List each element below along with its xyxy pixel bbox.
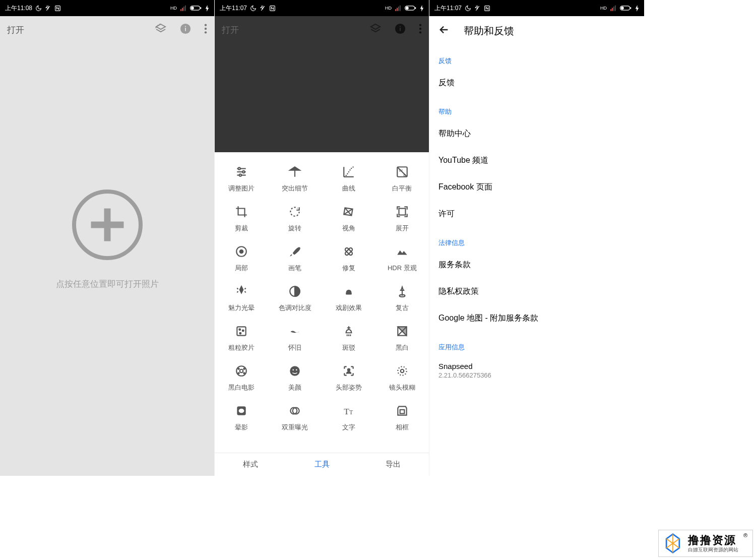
plus-icon: [72, 190, 143, 260]
watermark-sub: 白嫖互联网资源的网站: [688, 547, 738, 552]
help-title: 帮助和反馈: [464, 24, 514, 38]
tool-label: 画笔: [288, 264, 301, 273]
double-exposure-icon: [288, 404, 301, 419]
tool-rotate[interactable]: 旋转: [268, 198, 322, 238]
tab-styles[interactable]: 样式: [215, 453, 286, 476]
app-version: 2.21.0.566275366: [438, 371, 635, 379]
more-icon[interactable]: [204, 23, 207, 36]
help-item[interactable]: 反馈: [429, 70, 644, 96]
tool-retrolux[interactable]: 怀旧: [268, 318, 322, 357]
drama-icon: [342, 285, 355, 299]
tune-icon: [235, 165, 248, 180]
tool-label: 粗粒胶片: [228, 343, 255, 352]
healing-icon: [342, 245, 355, 260]
tool-label: 旋转: [288, 224, 301, 233]
svg-text:W: W: [399, 168, 403, 173]
noir-icon: [235, 364, 248, 379]
tool-label: 展开: [396, 224, 409, 233]
white-balance-icon: WB: [396, 165, 409, 180]
tool-curves[interactable]: 曲线: [322, 158, 375, 198]
tool-perspective[interactable]: 视角: [322, 198, 375, 238]
tool-noir[interactable]: 黑白电影: [215, 357, 268, 397]
bottom-tabs: 样式 工具 导出: [215, 453, 429, 476]
open-area[interactable]: 点按任意位置即可打开照片: [0, 43, 214, 476]
more-icon[interactable]: [419, 23, 422, 36]
tool-details[interactable]: 突出细节: [268, 158, 322, 198]
top-bar: 打开: [215, 16, 429, 43]
tool-label: 镜头模糊: [389, 383, 415, 392]
help-item[interactable]: 隐私权政策: [429, 278, 644, 305]
section-header: 法律信息: [429, 227, 644, 252]
tool-tonal[interactable]: 色调对比度: [268, 278, 322, 318]
tool-grunge[interactable]: 斑驳: [322, 318, 375, 357]
tool-label: 头部姿势: [336, 383, 362, 392]
help-item[interactable]: Facebook 页面: [429, 174, 644, 201]
tab-tools[interactable]: 工具: [286, 453, 358, 476]
svg-point-58: [239, 409, 244, 413]
svg-rect-40: [237, 327, 245, 335]
tool-selective[interactable]: 局部: [215, 238, 268, 278]
details-icon: [288, 165, 301, 180]
moon-icon: [465, 5, 471, 12]
section-header: 应用信息: [429, 332, 644, 356]
tool-lensblur[interactable]: 镜头模糊: [375, 357, 429, 397]
watermark-main: 撸撸资源: [688, 534, 738, 546]
help-item[interactable]: 服务条款: [429, 252, 644, 278]
open-label[interactable]: 打开: [222, 24, 369, 36]
tool-drama[interactable]: 戏剧效果: [322, 278, 375, 318]
tool-label: 调整图片: [228, 184, 255, 193]
tool-tune[interactable]: 调整图片: [215, 158, 268, 198]
hdr-icon: [396, 245, 409, 260]
tool-text[interactable]: TT文字: [322, 397, 375, 437]
svg-rect-12: [91, 221, 123, 228]
tool-portrait[interactable]: 美颜: [268, 357, 322, 397]
svg-point-41: [239, 329, 240, 330]
app-name: Snapseed: [438, 362, 635, 370]
info-icon[interactable]: [180, 23, 191, 36]
bw-icon: [396, 325, 409, 339]
moon-icon: [250, 5, 257, 12]
svg-point-53: [296, 369, 297, 371]
watermark-r: ®: [743, 532, 747, 538]
hd-indicator: HD: [170, 6, 177, 11]
tool-white-balance[interactable]: WB白平衡: [375, 158, 429, 198]
tool-brush[interactable]: 画笔: [268, 238, 322, 278]
tool-expand[interactable]: 展开: [375, 198, 429, 238]
tool-grainy[interactable]: 粗粒胶片: [215, 318, 268, 357]
help-item[interactable]: YouTube 频道: [429, 147, 644, 174]
tool-double-exposure[interactable]: 双重曝光: [268, 397, 322, 437]
svg-point-56: [401, 369, 404, 373]
help-item[interactable]: Google 地图 - 附加服务条款: [429, 305, 644, 332]
curves-icon: [342, 165, 355, 180]
tool-vignette[interactable]: 晕影: [215, 397, 268, 437]
tool-healing[interactable]: 修复: [322, 238, 375, 278]
hd-indicator: HD: [385, 6, 392, 11]
tool-headpose[interactable]: 头部姿势: [322, 357, 375, 397]
tool-crop[interactable]: 剪裁: [215, 198, 268, 238]
tool-frames[interactable]: 相框: [375, 397, 429, 437]
svg-point-22: [419, 28, 421, 30]
help-item[interactable]: 许可: [429, 201, 644, 227]
status-bar: 上午11:07 HD: [429, 0, 644, 16]
tool-hdr[interactable]: HDR 景观: [375, 238, 429, 278]
svg-point-21: [419, 24, 421, 26]
vignette-icon: [235, 404, 248, 419]
tool-vintage[interactable]: 复古: [375, 278, 429, 318]
tool-label: 文字: [342, 423, 355, 432]
back-icon[interactable]: [438, 24, 450, 37]
perspective-icon: [342, 205, 355, 220]
status-bar: 上午11:08 HD: [0, 0, 214, 16]
tool-bw[interactable]: 黑白: [375, 318, 429, 357]
svg-point-29: [239, 174, 241, 176]
open-label[interactable]: 打开: [7, 24, 155, 36]
tool-grid: 调整图片突出细节曲线WB白平衡剪裁旋转视角展开局部画笔修复HDR 景观魅力光晕色…: [215, 152, 429, 453]
help-item[interactable]: 帮助中心: [429, 120, 644, 147]
layers-icon[interactable]: [369, 23, 382, 37]
tab-export[interactable]: 导出: [357, 453, 429, 476]
nfc-icon: [269, 5, 276, 12]
svg-text:T: T: [344, 407, 349, 416]
help-list: 反馈反馈帮助帮助中心YouTube 频道Facebook 页面许可法律信息服务条…: [429, 45, 644, 476]
layers-icon[interactable]: [155, 23, 167, 37]
info-icon[interactable]: [395, 23, 406, 36]
tool-glamour[interactable]: 魅力光晕: [215, 278, 268, 318]
